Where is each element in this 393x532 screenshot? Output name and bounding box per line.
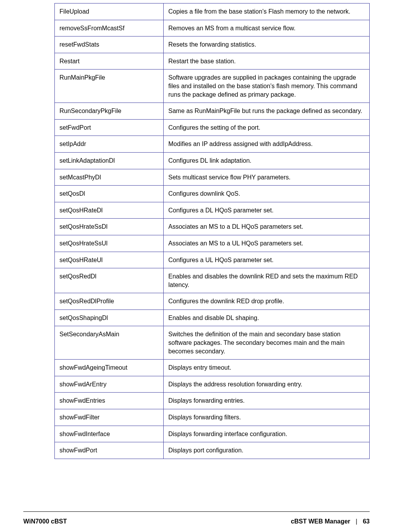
command-cell: setFwdPort <box>55 119 164 136</box>
description-cell: Same as RunMainPkgFile but runs the pack… <box>164 103 370 120</box>
command-cell: RunSecondaryPkgFile <box>55 103 164 120</box>
footer: WiN7000 cBST cBST WEB Manager | 63 <box>23 518 370 525</box>
description-cell: Displays forwarding interface configurat… <box>164 426 370 442</box>
description-cell: Configures the downlink RED drop profile… <box>164 293 370 310</box>
table-row: showFwdInterfaceDisplays forwarding inte… <box>55 426 370 442</box>
table-row: RunSecondaryPkgFileSame as RunMainPkgFil… <box>55 103 370 120</box>
description-cell: Enables and disables the downlink RED an… <box>164 268 370 293</box>
command-cell: setQosRedDl <box>55 268 164 293</box>
footer-divider <box>23 511 370 512</box>
description-cell: Enables and disable DL shaping. <box>164 309 370 326</box>
command-cell: showFwdEntries <box>55 393 164 409</box>
description-cell: Configures the setting of the port. <box>164 119 370 136</box>
description-cell: Associates an MS to a DL HQoS parameters… <box>164 219 370 235</box>
table-row: showFwdAgeingTimeoutDisplays entry timeo… <box>55 360 370 376</box>
table-row: setQosRedDlEnables and disables the down… <box>55 268 370 293</box>
page: FileUploadCopies a file from the base st… <box>0 0 393 532</box>
table-row: setMcastPhyDlSets multicast service flow… <box>55 169 370 186</box>
description-cell: Displays entry timeout. <box>164 360 370 376</box>
command-cell: setQosRedDlProfile <box>55 293 164 310</box>
description-cell: Copies a file from the base station's Fl… <box>164 3 370 20</box>
table-row: showFwdPortDisplays port configuration. <box>55 442 370 459</box>
command-cell: showFwdFilter <box>55 409 164 426</box>
table-row: SetSecondaryAsMainSwitches the definitio… <box>55 326 370 360</box>
command-cell: Restart <box>55 53 164 70</box>
description-cell: Resets the forwarding statistics. <box>164 37 370 53</box>
table-row: removeSsFromMcastSfRemoves an MS from a … <box>55 20 370 37</box>
description-cell: Associates an MS to a UL HQoS parameters… <box>164 235 370 252</box>
table-row: showFwdArEntryDisplays the address resol… <box>55 376 370 393</box>
description-cell: Displays forwarding entries. <box>164 393 370 409</box>
description-cell: Removes an MS from a multicast service f… <box>164 20 370 37</box>
table-row: setIpAddrModifies an IP address assigned… <box>55 136 370 153</box>
description-cell: Software upgrades are supplied in packag… <box>164 70 370 103</box>
command-cell: setIpAddr <box>55 136 164 153</box>
description-cell: Configures a UL HQoS parameter set. <box>164 252 370 268</box>
description-cell: Configures a DL HQoS parameter set. <box>164 202 370 219</box>
command-cell: setQosHRateUl <box>55 252 164 268</box>
table-row: FileUploadCopies a file from the base st… <box>55 3 370 20</box>
table-row: RestartRestart the base station. <box>55 53 370 70</box>
footer-right: cBST WEB Manager | 63 <box>291 518 370 525</box>
footer-separator: | <box>356 518 357 525</box>
command-cell: showFwdPort <box>55 442 164 459</box>
table-row: setQosHrateSsUlAssociates an MS to a UL … <box>55 235 370 252</box>
command-cell: setQosShapingDl <box>55 309 164 326</box>
footer-product: WiN7000 cBST <box>23 518 67 525</box>
command-cell: showFwdInterface <box>55 426 164 442</box>
table-row: setQosHRateDlConfigures a DL HQoS parame… <box>55 202 370 219</box>
footer-section: cBST WEB Manager <box>291 518 350 525</box>
command-table-wrap: FileUploadCopies a file from the base st… <box>54 0 370 459</box>
table-row: RunMainPkgFileSoftware upgrades are supp… <box>55 70 370 103</box>
description-cell: Displays port configuration. <box>164 442 370 459</box>
table-row: setFwdPortConfigures the setting of the … <box>55 119 370 136</box>
command-cell: FileUpload <box>55 3 164 20</box>
command-cell: setQosDl <box>55 186 164 202</box>
description-cell: Displays the address resolution forwardi… <box>164 376 370 393</box>
command-cell: setMcastPhyDl <box>55 169 164 186</box>
command-cell: setQosHrateSsUl <box>55 235 164 252</box>
table-row: setQosShapingDlEnables and disable DL sh… <box>55 309 370 326</box>
command-cell: removeSsFromMcastSf <box>55 20 164 37</box>
description-cell: Restart the base station. <box>164 53 370 70</box>
table-row: setQosHrateSsDlAssociates an MS to a DL … <box>55 219 370 235</box>
table-row: setLinkAdaptationDlConfigures DL link ad… <box>55 152 370 169</box>
command-cell: setLinkAdaptationDl <box>55 152 164 169</box>
table-row: setQosRedDlProfileConfigures the downlin… <box>55 293 370 310</box>
table-row: showFwdEntriesDisplays forwarding entrie… <box>55 393 370 409</box>
command-cell: showFwdAgeingTimeout <box>55 360 164 376</box>
table-row: setQosHRateUlConfigures a UL HQoS parame… <box>55 252 370 268</box>
command-table: FileUploadCopies a file from the base st… <box>54 3 370 459</box>
table-row: showFwdFilterDisplays forwarding filters… <box>55 409 370 426</box>
command-cell: setQosHrateSsDl <box>55 219 164 235</box>
description-cell: Displays forwarding filters. <box>164 409 370 426</box>
command-cell: SetSecondaryAsMain <box>55 326 164 360</box>
table-row: setQosDlConfigures downlink QoS. <box>55 186 370 202</box>
command-cell: resetFwdStats <box>55 37 164 53</box>
command-cell: setQosHRateDl <box>55 202 164 219</box>
description-cell: Configures downlink QoS. <box>164 186 370 202</box>
footer-page-number: 63 <box>363 518 370 525</box>
description-cell: Configures DL link adaptation. <box>164 152 370 169</box>
command-cell: showFwdArEntry <box>55 376 164 393</box>
description-cell: Switches the definition of the main and … <box>164 326 370 360</box>
description-cell: Sets multicast service flow PHY paramete… <box>164 169 370 186</box>
command-cell: RunMainPkgFile <box>55 70 164 103</box>
table-row: resetFwdStatsResets the forwarding stati… <box>55 37 370 53</box>
description-cell: Modifies an IP address assigned with add… <box>164 136 370 153</box>
